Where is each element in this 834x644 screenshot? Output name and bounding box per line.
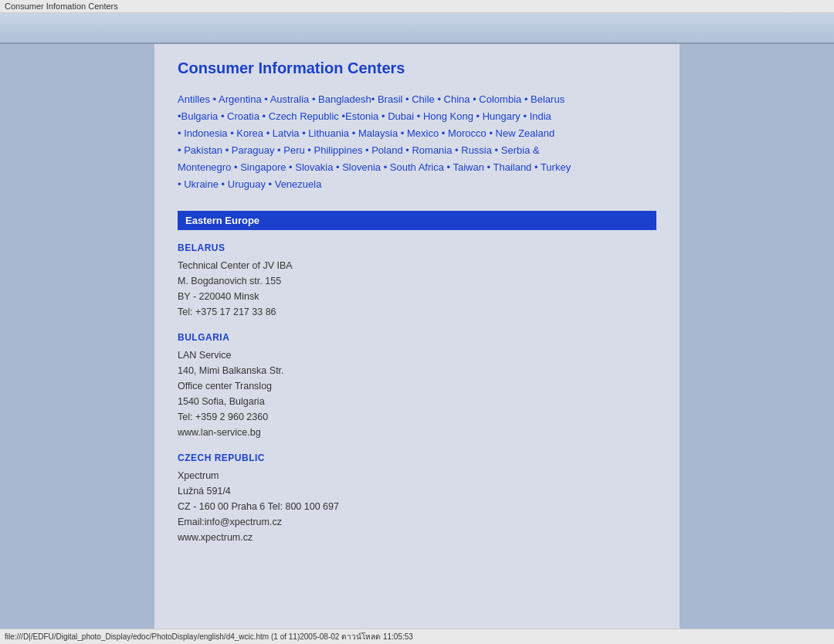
title-bar: Consumer Infomation Centers: [0, 0, 834, 13]
link-bulgaria[interactable]: Bulgaria: [181, 110, 219, 122]
link-colombia[interactable]: Colombia: [479, 93, 521, 105]
link-croatia[interactable]: Croatia: [227, 110, 259, 122]
left-sidebar: [0, 44, 154, 634]
link-new-zealand[interactable]: New Zealand: [496, 127, 555, 139]
link-hong-kong[interactable]: Hong Kong: [423, 110, 473, 122]
link-serbia[interactable]: Serbia &: [501, 144, 540, 156]
link-philippines[interactable]: Philippines: [314, 144, 363, 156]
link-poland[interactable]: Poland: [371, 144, 402, 156]
status-bar: file:///D|/EDFU/Digital_photo_Display/ed…: [0, 629, 834, 634]
browser-chrome: [0, 13, 834, 44]
link-antilles[interactable]: Antilles: [178, 93, 210, 105]
link-belarus[interactable]: Belarus: [531, 93, 564, 105]
link-china[interactable]: China: [444, 93, 470, 105]
link-dubai[interactable]: Dubai: [388, 110, 414, 122]
link-indonesia[interactable]: Indonesia: [184, 127, 227, 139]
link-slovakia[interactable]: Slovakia: [295, 161, 333, 173]
links-section: Antilles • Argentina • Australia • Bangl…: [178, 91, 656, 194]
link-malaysia[interactable]: Malaysia: [358, 127, 398, 139]
link-hungary[interactable]: Hungary: [483, 110, 520, 122]
link-argentina[interactable]: Argentina: [219, 93, 262, 105]
link-korea[interactable]: Korea: [236, 127, 263, 139]
link-brasil[interactable]: Brasil: [378, 93, 403, 105]
title-bar-text: Consumer Infomation Centers: [5, 2, 118, 11]
country-title-czech: CZECH REPUBLIC: [178, 452, 656, 463]
link-thailand[interactable]: Thailand: [493, 161, 531, 173]
right-sidebar: [680, 44, 834, 634]
main-content: Consumer Information Centers Antilles • …: [154, 44, 680, 634]
link-russia[interactable]: Russia: [461, 144, 492, 156]
link-mexico[interactable]: Mexico: [407, 127, 439, 139]
link-montenegro[interactable]: Montenegro: [178, 161, 231, 173]
country-belarus: BELARUS Technical Center of JV IBA M. Bo…: [178, 242, 656, 320]
link-paraguay[interactable]: Paraguay: [232, 144, 275, 156]
link-south-africa[interactable]: South Africa: [390, 161, 444, 173]
link-morocco[interactable]: Morocco: [448, 127, 486, 139]
link-lithuania[interactable]: Lithuania: [308, 127, 349, 139]
link-bangladesh[interactable]: Bangladesh: [318, 93, 371, 105]
link-ukraine[interactable]: Ukraine: [184, 178, 219, 190]
country-title-bulgaria: BULGARIA: [178, 332, 656, 343]
status-bar-text: file:///D|/EDFU/Digital_photo_Display/ed…: [5, 632, 413, 634]
section-header: Eastern Europe: [178, 211, 656, 230]
link-slovenia[interactable]: Slovenia: [342, 161, 381, 173]
link-pakistan[interactable]: Pakistan: [184, 144, 222, 156]
link-venezuela[interactable]: Venezuela: [275, 178, 322, 190]
link-india[interactable]: India: [530, 110, 551, 122]
country-info-belarus: Technical Center of JV IBA M. Bogdanovic…: [178, 258, 656, 320]
link-turkey[interactable]: Turkey: [541, 161, 571, 173]
link-czech-republic[interactable]: Czech Republic: [269, 110, 339, 122]
link-taiwan[interactable]: Taiwan: [453, 161, 483, 173]
link-singapore[interactable]: Singapore: [240, 161, 286, 173]
link-latvia[interactable]: Latvia: [273, 127, 300, 139]
page-title: Consumer Information Centers: [178, 59, 656, 77]
link-romania[interactable]: Romania: [412, 144, 452, 156]
country-info-czech: Xpectrum Lužná 591/4 CZ - 160 00 Praha 6…: [178, 468, 656, 545]
link-estonia[interactable]: Estonia: [345, 110, 378, 122]
link-australia[interactable]: Australia: [270, 93, 310, 105]
link-peru[interactable]: Peru: [283, 144, 304, 156]
link-uruguay[interactable]: Uruguay: [228, 178, 266, 190]
country-bulgaria: BULGARIA LAN Service 140, Mimi Balkanska…: [178, 332, 656, 440]
country-czech-republic: CZECH REPUBLIC Xpectrum Lužná 591/4 CZ -…: [178, 452, 656, 545]
country-title-belarus: BELARUS: [178, 242, 656, 253]
link-chile[interactable]: Chile: [412, 93, 435, 105]
page-wrapper: Consumer Information Centers Antilles • …: [0, 44, 834, 634]
country-info-bulgaria: LAN Service 140, Mimi Balkanska Str. Off…: [178, 347, 656, 440]
